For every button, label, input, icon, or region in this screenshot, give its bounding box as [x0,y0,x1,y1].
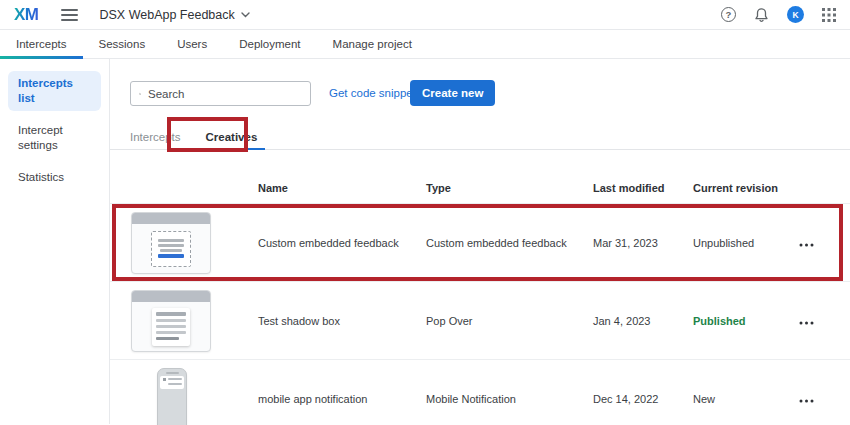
sidebar-item-intercept-settings[interactable]: Intercept settings [8,118,101,158]
get-code-snippet-link[interactable]: Get code snippet [329,87,416,99]
creative-name[interactable]: Custom embedded feedback [258,237,399,249]
column-header-last-modified: Last modified [593,182,665,194]
waffle-grid-icon [822,8,836,22]
primary-nav: Intercepts Sessions Users Deployment Man… [0,30,850,59]
creative-revision-status: Unpublished [693,237,754,249]
search-input[interactable] [148,88,302,100]
table-header: Name Type Last modified Current revision [110,176,850,204]
bell-icon [754,7,769,23]
creatives-subtabs: Intercepts Creatives [110,122,850,150]
main-content: Get code snippet Create new Intercepts C… [110,59,850,424]
chevron-down-icon [241,12,250,18]
subtab-intercepts[interactable]: Intercepts [122,125,189,149]
nav-tab-manage-project[interactable]: Manage project [317,30,428,58]
help-icon: ? [721,7,736,22]
creative-last-modified: Jan 4, 2023 [593,315,651,327]
creative-thumbnail-embedded-feedback[interactable] [131,212,211,274]
top-bar: XM DSX WebApp Feedback ? K [0,0,850,30]
creative-revision-status: New [693,393,715,405]
hamburger-menu-icon[interactable] [61,6,78,24]
kebab-menu-icon [799,321,814,325]
row-menu-button[interactable] [795,311,818,331]
create-new-button[interactable]: Create new [410,80,495,106]
app-switcher-button[interactable] [822,8,836,22]
subtab-creatives[interactable]: Creatives [198,125,266,149]
column-header-current-revision: Current revision [693,182,778,194]
table-row[interactable]: Custom embedded feedback Custom embedded… [110,204,850,282]
browser-titlebar-graphic [132,291,210,302]
table-row[interactable]: Test shadow box Pop Over Jan 4, 2023 Pub… [110,282,850,360]
creative-name[interactable]: Test shadow box [258,315,340,327]
creative-last-modified: Mar 31, 2023 [593,237,658,249]
creative-name[interactable]: mobile app notification [258,393,367,405]
nav-tab-intercepts[interactable]: Intercepts [0,30,83,58]
phone-speaker-graphic [166,372,179,374]
project-switcher[interactable]: DSX WebApp Feedback [100,8,250,22]
row-menu-button[interactable] [795,389,818,409]
search-icon [139,88,141,100]
creative-type: Custom embedded feedback [426,237,567,249]
pop-over-icon [152,308,190,346]
sidebar-item-statistics[interactable]: Statistics [8,165,101,190]
xm-logo[interactable]: XM [14,5,39,25]
help-button[interactable]: ? [721,7,736,22]
kebab-menu-icon [799,243,814,247]
nav-tab-users[interactable]: Users [161,30,223,58]
embedded-feedback-icon [151,231,191,267]
creative-thumbnail-pop-over[interactable] [131,290,211,352]
creative-last-modified: Dec 14, 2022 [593,393,658,405]
creative-type: Mobile Notification [426,393,516,405]
project-title: DSX WebApp Feedback [100,8,235,22]
table-row[interactable]: mobile app notification Mobile Notificat… [110,360,850,425]
creative-revision-status: Published [693,315,746,327]
creative-type: Pop Over [426,315,472,327]
topbar-actions: ? K [721,6,836,23]
mobile-notification-icon [160,376,184,389]
search-box [130,81,311,106]
sidebar: Intercepts list Intercept settings Stati… [0,59,110,424]
user-avatar[interactable]: K [787,6,804,23]
kebab-menu-icon [799,399,814,403]
column-header-type: Type [426,182,451,194]
notifications-button[interactable] [754,7,769,23]
creative-thumbnail-mobile-notification[interactable] [157,368,187,425]
nav-tab-deployment[interactable]: Deployment [223,30,316,58]
creatives-table: Custom embedded feedback Custom embedded… [110,204,850,425]
sidebar-item-intercepts-list[interactable]: Intercepts list [8,71,101,111]
browser-titlebar-graphic [132,213,210,224]
column-header-name: Name [258,182,288,194]
row-menu-button[interactable] [795,233,818,253]
nav-tab-sessions[interactable]: Sessions [83,30,162,58]
